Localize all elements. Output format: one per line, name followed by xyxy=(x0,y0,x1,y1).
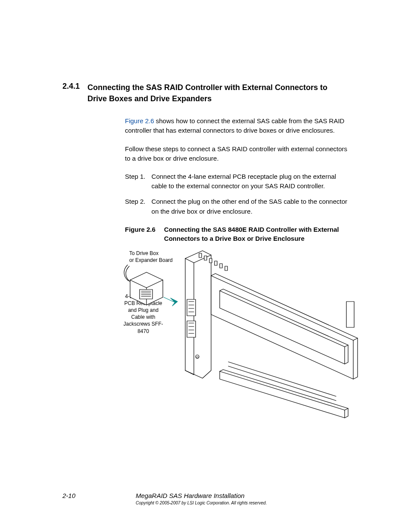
step-item: Step 1. Connect the 4-lane external PCB … xyxy=(125,172,349,191)
step-list: Step 1. Connect the 4-lane external PCB … xyxy=(125,172,349,216)
figure-diagram: To Drive Box or Expander Board 4-Lane Ex… xyxy=(125,250,349,431)
svg-rect-7 xyxy=(199,253,202,258)
svg-rect-8 xyxy=(204,256,207,260)
step-item: Step 2. Connect the plug on the other en… xyxy=(125,197,349,216)
svg-rect-0 xyxy=(140,289,153,299)
step-label: Step 1. xyxy=(125,172,146,191)
section-title: Connecting the SAS RAID Controller with … xyxy=(87,82,342,104)
svg-rect-12 xyxy=(225,266,227,271)
svg-rect-14 xyxy=(187,321,196,337)
step-text: Connect the 4-lane external PCB receptac… xyxy=(152,172,349,191)
svg-rect-13 xyxy=(187,299,196,316)
intro-text: shows how to connect the external SAS ca… xyxy=(125,117,344,134)
figure-reference-link[interactable]: Figure 2.6 xyxy=(125,117,154,124)
svg-rect-9 xyxy=(209,258,212,263)
svg-rect-11 xyxy=(220,264,222,268)
section-number: 2.4.1 xyxy=(62,82,80,104)
intro-paragraph: Figure 2.6 shows how to connect the exte… xyxy=(125,116,349,135)
document-page: 2.4.1 Connecting the SAS RAID Controller… xyxy=(0,0,411,532)
follow-paragraph: Follow these steps to connect a SAS RAID… xyxy=(125,144,349,163)
section-heading: 2.4.1 Connecting the SAS RAID Controller… xyxy=(62,82,368,104)
svg-text:0: 0 xyxy=(196,355,199,359)
figure-title: Connecting the SAS 8480E RAID Controller… xyxy=(164,225,345,243)
figure-caption: Figure 2.6 Connecting the SAS 8480E RAID… xyxy=(125,225,349,243)
svg-rect-23 xyxy=(346,302,354,327)
footer-center: MegaRAID SAS Hardware Installation Copyr… xyxy=(136,492,267,505)
footer-page-number: 2-10 xyxy=(62,492,75,499)
step-label: Step 2. xyxy=(125,197,146,216)
figure-label: Figure 2.6 xyxy=(125,225,156,243)
step-text: Connect the plug on the other end of the… xyxy=(152,197,349,216)
page-footer: 2-10 MegaRAID SAS Hardware Installation … xyxy=(62,492,368,505)
footer-copyright: Copyright © 2005-2007 by LSI Logic Corpo… xyxy=(136,501,267,505)
svg-rect-10 xyxy=(215,261,217,265)
body-content: Figure 2.6 shows how to connect the exte… xyxy=(125,116,349,431)
controller-diagram-svg: 0 xyxy=(121,250,362,426)
footer-doc-title: MegaRAID SAS Hardware Installation xyxy=(136,492,267,499)
